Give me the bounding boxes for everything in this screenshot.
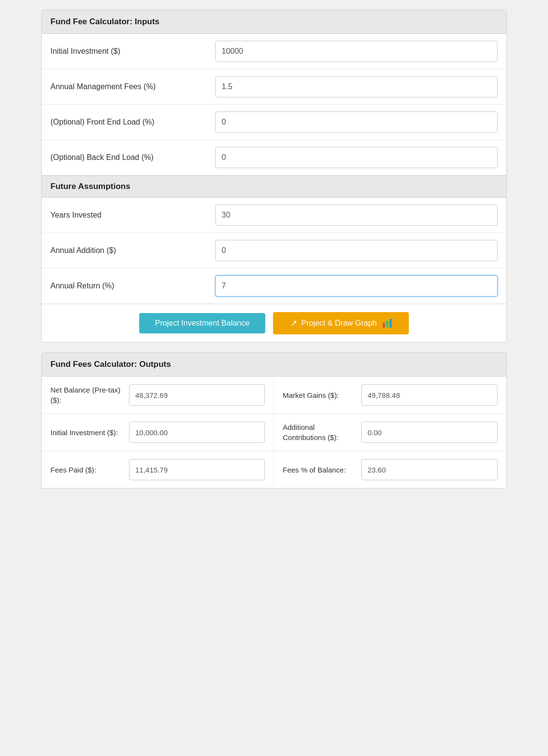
net-balance-input[interactable]: [129, 384, 265, 406]
years-invested-label: Years Invested: [50, 211, 215, 220]
future-assumptions-title: Future Assumptions: [50, 182, 130, 191]
back-end-load-input[interactable]: [215, 147, 498, 168]
market-gains-input[interactable]: [361, 384, 498, 406]
annual-return-input[interactable]: [215, 275, 498, 297]
annual-mgmt-fees-input[interactable]: [215, 76, 498, 97]
chart-bar-icon: [383, 319, 392, 328]
page-container: Fund Fee Calculator: Inputs Initial Inve…: [41, 10, 507, 746]
annual-addition-label: Annual Addition ($): [50, 246, 215, 255]
market-gains-label: Market Gains ($):: [283, 390, 355, 400]
annual-mgmt-fees-label: Annual Management Fees (%): [50, 82, 215, 91]
chart-bar-blue: [389, 319, 392, 328]
outputs-card: Fund Fees Calculator: Outputs Net Balanc…: [41, 352, 507, 488]
initial-investment-out-label: Initial Investment ($):: [50, 427, 123, 438]
additional-contributions-input[interactable]: [361, 422, 498, 443]
chart-bar-red: [383, 323, 385, 328]
front-end-load-input[interactable]: [215, 111, 498, 133]
annual-mgmt-fees-row: Annual Management Fees (%): [42, 69, 506, 105]
fees-paid-input[interactable]: [129, 459, 265, 480]
net-balance-cell: Net Balance (Pre-tax) ($):: [42, 377, 274, 414]
front-end-load-label: (Optional) Front End Load (%): [50, 118, 215, 126]
fees-paid-label: Fees Paid ($):: [50, 465, 123, 475]
annual-return-row: Annual Return (%): [42, 268, 506, 304]
inputs-card: Fund Fee Calculator: Inputs Initial Inve…: [41, 10, 507, 343]
initial-investment-input[interactable]: [215, 41, 498, 62]
fees-paid-cell: Fees Paid ($):: [42, 451, 274, 488]
fees-pct-balance-cell: Fees % of Balance:: [274, 451, 506, 488]
net-balance-label: Net Balance (Pre-tax) ($):: [50, 385, 123, 405]
future-assumptions-divider: Future Assumptions: [42, 175, 506, 198]
project-investment-button[interactable]: Project Investment Balance: [139, 313, 265, 333]
back-end-load-row: (Optional) Back End Load (%): [42, 140, 506, 175]
initial-investment-out-cell: Initial Investment ($):: [42, 414, 274, 451]
fees-pct-balance-input[interactable]: [361, 459, 498, 480]
initial-investment-out-input[interactable]: [129, 422, 265, 443]
additional-contributions-cell: Additional Contributions ($):: [274, 414, 506, 451]
graph-arrow-icon: ↗: [290, 318, 297, 329]
outputs-card-title: Fund Fees Calculator: Outputs: [50, 360, 171, 369]
inputs-card-title: Fund Fee Calculator: Inputs: [50, 17, 160, 26]
annual-addition-input[interactable]: [215, 240, 498, 261]
initial-investment-label: Initial Investment ($): [50, 47, 215, 56]
inputs-card-header: Fund Fee Calculator: Inputs: [42, 10, 506, 34]
project-draw-graph-button[interactable]: ↗ Project & Draw Graph: [273, 312, 409, 334]
annual-addition-row: Annual Addition ($): [42, 233, 506, 268]
buttons-row: Project Investment Balance ↗ Project & D…: [42, 304, 506, 342]
years-invested-row: Years Invested: [42, 198, 506, 233]
front-end-load-row: (Optional) Front End Load (%): [42, 105, 506, 140]
chart-bar-green: [386, 321, 388, 328]
additional-contributions-label: Additional Contributions ($):: [283, 422, 355, 442]
market-gains-cell: Market Gains ($):: [274, 377, 506, 414]
years-invested-input[interactable]: [215, 205, 498, 226]
annual-return-label: Annual Return (%): [50, 282, 215, 290]
initial-investment-row: Initial Investment ($): [42, 34, 506, 69]
fees-pct-balance-label: Fees % of Balance:: [283, 465, 355, 475]
outputs-card-header: Fund Fees Calculator: Outputs: [42, 353, 506, 377]
outputs-grid: Net Balance (Pre-tax) ($): Market Gains …: [42, 377, 506, 488]
back-end-load-label: (Optional) Back End Load (%): [50, 153, 215, 162]
